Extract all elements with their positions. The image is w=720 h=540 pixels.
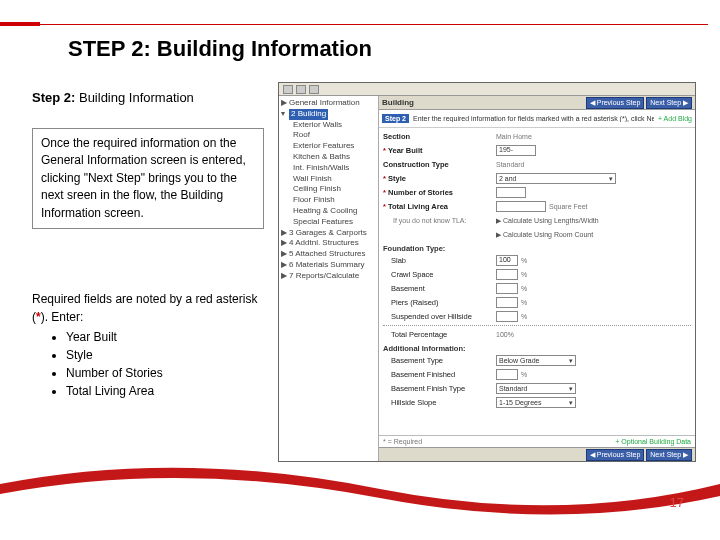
sqft-label: Square Feet <box>549 203 588 210</box>
panel-footer: ◀ Previous Step Next Step ▶ <box>379 447 695 461</box>
tree-node-general[interactable]: ▶General Information <box>281 98 376 109</box>
label-basement: Basement <box>383 284 493 293</box>
optional-data-link[interactable]: + Optional Building Data <box>615 438 691 445</box>
description-text: Once the required information on the Gen… <box>41 136 246 220</box>
label-bsmt-fin: Basement Finished <box>383 370 493 379</box>
tree-leaf[interactable]: Exterior Features <box>281 141 376 152</box>
label-total-pct: Total Percentage <box>383 330 493 339</box>
year-built-input[interactable]: 195- <box>496 145 536 156</box>
suspended-pct-input[interactable] <box>496 311 518 322</box>
value-total-pct: 100% <box>496 331 514 338</box>
tla-input[interactable] <box>496 201 546 212</box>
accent-bar <box>0 22 40 26</box>
app-body: ▶General Information ▾2 Building Exterio… <box>279 96 695 461</box>
pct-label: % <box>521 271 527 278</box>
tree-leaf[interactable]: Kitchen & Baths <box>281 152 376 163</box>
tree-leaf[interactable]: Wall Finish <box>281 174 376 185</box>
next-step-button-bottom[interactable]: Next Step ▶ <box>646 449 692 461</box>
label-hillside: Hillside Slope <box>383 398 493 407</box>
crawl-pct-input[interactable] <box>496 269 518 280</box>
tree-node-building[interactable]: ▾2 Building <box>281 109 376 120</box>
add-building-link[interactable]: + Add Bldg <box>658 115 692 122</box>
basement-finish-type-select[interactable]: Standard <box>496 383 576 394</box>
pct-label: % <box>521 285 527 292</box>
value-construction: Standard <box>496 161 524 168</box>
app-main: Building ◀ Previous Step Next Step ▶ Ste… <box>379 96 695 461</box>
toolbar-icon[interactable] <box>283 85 293 94</box>
subtitle-rest: Building Information <box>75 90 194 105</box>
label-section: Section <box>383 132 493 141</box>
style-select[interactable]: 2 and <box>496 173 616 184</box>
label-suspended: Suspended over Hillside <box>383 312 493 321</box>
next-step-button[interactable]: Next Step ▶ <box>646 97 692 109</box>
label-slab: Slab <box>383 256 493 265</box>
foundation-heading: Foundation Type: <box>383 244 691 253</box>
label-year: * Year Built <box>383 146 493 155</box>
panel-header: Building ◀ Previous Step Next Step ▶ <box>379 96 695 110</box>
label-bsmt-type: Basement Type <box>383 356 493 365</box>
tree-node-garages[interactable]: ▶3 Garages & Carports <box>281 228 376 239</box>
bullet-list: Year Built Style Number of Stories Total… <box>32 328 264 400</box>
value-section: Main Home <box>496 133 532 140</box>
label-stories: * Number of Stories <box>383 188 493 197</box>
step-banner: Step 2 Enter the required information fo… <box>379 110 695 128</box>
label-bsmt-fin-type: Basement Finish Type <box>383 384 493 393</box>
step-badge: Step 2 <box>382 114 409 123</box>
tree-node-reports[interactable]: ▶7 Reports/Calculate <box>281 271 376 282</box>
accent-line <box>40 24 708 25</box>
label-style: * Style <box>383 174 493 183</box>
hillside-slope-select[interactable]: 1-15 Degrees <box>496 397 576 408</box>
label-tla: * Total Living Area <box>383 202 493 211</box>
required-note: * = Required <box>383 438 422 445</box>
form-area: SectionMain Home * Year Built195- Constr… <box>379 128 695 435</box>
app-toolbar <box>279 83 695 96</box>
previous-step-button-bottom[interactable]: ◀ Previous Step <box>586 449 645 461</box>
slide-subtitle: Step 2: Building Information <box>32 90 194 105</box>
tree-leaf[interactable]: Int. Finish/Walls <box>281 163 376 174</box>
pct-label: % <box>521 299 527 306</box>
pct-label: % <box>521 371 527 378</box>
pct-label: % <box>521 313 527 320</box>
label-piers: Piers (Raised) <box>383 298 493 307</box>
additional-heading: Additional Information: <box>383 344 691 353</box>
pct-label: % <box>521 257 527 264</box>
toolbar-icon[interactable] <box>309 85 319 94</box>
stories-input[interactable] <box>496 187 526 198</box>
panel-title: Building <box>382 98 414 107</box>
form-footer: * = Required + Optional Building Data <box>379 435 695 447</box>
piers-pct-input[interactable] <box>496 297 518 308</box>
basement-type-select[interactable]: Below Grade <box>496 355 576 366</box>
previous-step-button[interactable]: ◀ Previous Step <box>586 97 645 109</box>
calc-room-link[interactable]: ▶ Calculate Using Room Count <box>496 231 593 239</box>
list-item: Number of Stories <box>66 364 264 382</box>
slide-title: STEP 2: Building Information <box>68 36 372 62</box>
footer-swoosh <box>0 454 720 540</box>
description-box: Once the required information on the Gen… <box>32 128 264 229</box>
label-crawl: Crawl Space <box>383 270 493 279</box>
basement-pct-input[interactable] <box>496 283 518 294</box>
tree-leaf[interactable]: Special Features <box>281 217 376 228</box>
list-item: Year Built <box>66 328 264 346</box>
toolbar-icon[interactable] <box>296 85 306 94</box>
label-construction: Construction Type <box>383 160 493 169</box>
app-screenshot: ▶General Information ▾2 Building Exterio… <box>278 82 696 462</box>
basement-finished-input[interactable] <box>496 369 518 380</box>
tree-leaf[interactable]: Roof <box>281 130 376 141</box>
tla-hint: If you do not know TLA: <box>383 217 493 224</box>
tree-leaf[interactable]: Exterior Walls <box>281 120 376 131</box>
required-intro-post: ). Enter: <box>41 310 84 324</box>
required-fields-box: Required fields are noted by a red aster… <box>32 290 264 400</box>
slab-pct-input[interactable]: 100 <box>496 255 518 266</box>
tree-leaf[interactable]: Ceiling Finish <box>281 184 376 195</box>
tree-leaf[interactable]: Heating & Cooling <box>281 206 376 217</box>
page-number: 17 <box>670 495 684 510</box>
subtitle-bold: Step 2: <box>32 90 75 105</box>
tree-node-materials[interactable]: ▶6 Materials Summary <box>281 260 376 271</box>
tree-leaf[interactable]: Floor Finish <box>281 195 376 206</box>
step-instruction: Enter the required information for field… <box>413 115 654 122</box>
list-item: Total Living Area <box>66 382 264 400</box>
calc-lw-link[interactable]: ▶ Calculate Using Lengths/Width <box>496 217 599 225</box>
tree-node-attached[interactable]: ▶5 Attached Structures <box>281 249 376 260</box>
list-item: Style <box>66 346 264 364</box>
tree-node-addtnl[interactable]: ▶4 Addtnl. Structures <box>281 238 376 249</box>
